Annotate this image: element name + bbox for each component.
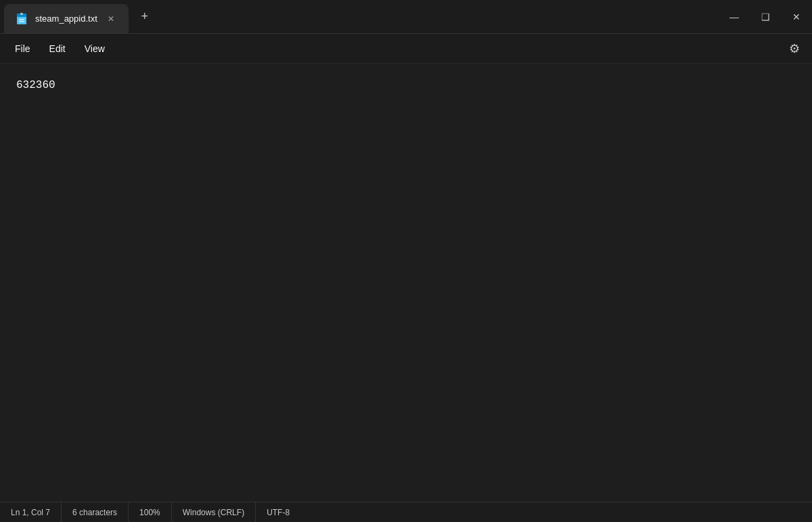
view-menu[interactable]: View (75, 39, 114, 58)
title-bar: steam_appid.txt ✕ + — ❑ ✕ (0, 0, 812, 34)
new-tab-button[interactable]: + (131, 0, 158, 33)
editor-content: 632360 (16, 77, 796, 93)
encoding[interactable]: UTF-8 (256, 502, 300, 522)
settings-button[interactable]: ⚙ (782, 37, 807, 60)
status-bar: Ln 1, Col 7 6 characters 100% Windows (C… (0, 502, 812, 522)
maximize-button[interactable]: ❑ (750, 0, 781, 33)
close-button[interactable]: ✕ (781, 0, 812, 33)
window-controls: — ❑ ✕ (719, 0, 812, 33)
tab-title: steam_appid.txt (35, 14, 97, 24)
tab-area: steam_appid.txt ✕ + (0, 0, 719, 33)
line-ending[interactable]: Windows (CRLF) (172, 502, 256, 522)
character-count[interactable]: 6 characters (62, 502, 129, 522)
minimize-button[interactable]: — (719, 0, 750, 33)
svg-rect-2 (19, 19, 24, 20)
cursor-position[interactable]: Ln 1, Col 7 (0, 502, 62, 522)
notepad-icon (15, 12, 28, 26)
editor-area[interactable]: 632360 (0, 64, 812, 502)
edit-menu[interactable]: Edit (40, 39, 75, 58)
svg-rect-4 (20, 13, 23, 15)
active-tab[interactable]: steam_appid.txt ✕ (4, 4, 129, 33)
svg-rect-3 (19, 21, 24, 22)
zoom-level[interactable]: 100% (129, 502, 172, 522)
menu-bar: File Edit View ⚙ (0, 34, 812, 64)
tab-close-button[interactable]: ✕ (104, 12, 118, 26)
file-menu[interactable]: File (5, 39, 40, 58)
